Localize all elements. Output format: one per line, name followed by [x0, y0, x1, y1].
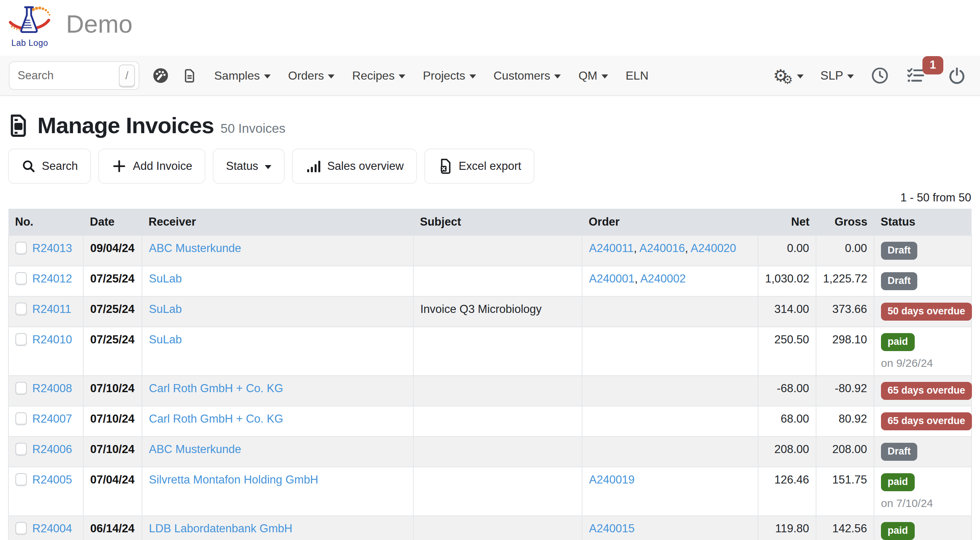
order-link[interactable]: A240015: [589, 522, 635, 535]
row-checkbox[interactable]: [15, 303, 27, 315]
receiver-link[interactable]: SuLab: [149, 333, 182, 346]
nav-item-label: Recipes: [352, 69, 395, 83]
gross-amount: 142.56: [816, 516, 874, 540]
invoice-subject: [414, 376, 582, 406]
receiver-link[interactable]: SuLab: [149, 272, 182, 285]
status-button-label: Status: [226, 159, 258, 173]
column-header-gross[interactable]: Gross: [816, 209, 874, 236]
column-header-net[interactable]: Net: [758, 209, 816, 236]
nav-item-recipes[interactable]: Recipes: [343, 69, 414, 83]
order-link[interactable]: A240016: [639, 242, 685, 255]
tasks-menu[interactable]: 1: [906, 66, 926, 86]
receiver-link[interactable]: Carl Roth GmbH + Co. KG: [149, 382, 283, 395]
row-checkbox[interactable]: [15, 473, 27, 486]
invoice-number-link[interactable]: R24005: [32, 473, 72, 486]
invoice-subject: [414, 266, 582, 296]
receiver-link[interactable]: Silvretta Montafon Holding GmbH: [149, 473, 318, 486]
receiver-link[interactable]: Carl Roth GmbH + Co. KG: [149, 413, 283, 425]
receiver-cell: LDB Labordatenbank GmbH: [142, 516, 414, 540]
nav-item-projects[interactable]: Projects: [414, 69, 485, 83]
settings-menu[interactable]: ⚙ ⚙: [773, 66, 803, 86]
nav-item-orders[interactable]: Orders: [280, 69, 344, 83]
document-icon[interactable]: [182, 68, 197, 83]
chevron-down-icon: [554, 75, 561, 78]
net-amount: 314.00: [758, 296, 816, 327]
column-header-date[interactable]: Date: [83, 209, 142, 236]
order-link[interactable]: A240019: [589, 473, 635, 486]
invoice-date: 07/25/24: [83, 296, 142, 327]
no-cell: R24005: [8, 467, 83, 516]
excel-export-button[interactable]: Excel export: [424, 148, 535, 184]
order-link[interactable]: A240020: [690, 242, 736, 255]
row-checkbox[interactable]: [15, 522, 27, 535]
chevron-down-icon: [847, 75, 854, 78]
sales-overview-button-label: Sales overview: [327, 159, 403, 173]
row-checkbox[interactable]: [15, 272, 27, 285]
receiver-link[interactable]: LDB Labordatenbank GmbH: [149, 522, 292, 535]
invoice-number-link[interactable]: R24013: [32, 242, 72, 255]
row-checkbox[interactable]: [15, 413, 27, 425]
gross-amount: 80.92: [816, 406, 874, 436]
row-checkbox[interactable]: [15, 443, 27, 456]
nav-item-label: ELN: [626, 69, 648, 83]
no-cell: R24012: [8, 266, 83, 296]
invoice-date: 07/04/24: [83, 467, 142, 516]
receiver-cell: Carl Roth GmbH + Co. KG: [142, 376, 414, 406]
column-header-subject[interactable]: Subject: [414, 209, 582, 236]
status-filter-button[interactable]: Status: [213, 148, 285, 184]
history-clock-icon[interactable]: [871, 66, 889, 85]
status-badge: 65 days overdue: [881, 413, 972, 430]
gross-amount: 373.66: [816, 296, 874, 327]
invoice-subject: [414, 236, 582, 266]
table-row: R24006 07/10/24 ABC Musterkunde 208.00 2…: [8, 436, 972, 467]
receiver-link[interactable]: ABC Musterkunde: [149, 242, 241, 255]
gross-amount: 0.00: [816, 236, 874, 266]
invoice-date: 06/14/24: [83, 516, 142, 540]
nav-item-customers[interactable]: Customers: [485, 69, 570, 83]
row-checkbox[interactable]: [15, 333, 27, 346]
search-button[interactable]: Search: [8, 148, 91, 184]
invoice-number-link[interactable]: R24006: [32, 443, 72, 456]
nav-item-label: Projects: [423, 69, 465, 83]
invoice-page-icon: [8, 113, 29, 137]
invoice-number-link[interactable]: R24011: [32, 303, 71, 315]
column-header-receiver[interactable]: Receiver: [142, 209, 414, 236]
order-link[interactable]: A240001: [589, 272, 635, 285]
receiver-link[interactable]: ABC Musterkunde: [149, 443, 241, 456]
receiver-link[interactable]: SuLab: [149, 303, 182, 315]
status-note: on 9/26/24: [881, 357, 965, 370]
search-input[interactable]: [18, 69, 119, 82]
invoice-number-link[interactable]: R24008: [32, 382, 72, 395]
user-menu[interactable]: SLP: [821, 68, 854, 83]
no-cell: R24011: [8, 296, 83, 327]
order-link[interactable]: A240011: [589, 242, 634, 255]
column-header-order[interactable]: Order: [582, 209, 758, 236]
order-link[interactable]: A240002: [640, 272, 686, 285]
lab-logo[interactable]: Lab Logo: [7, 4, 52, 48]
no-cell: R24010: [8, 327, 83, 376]
invoice-number-link[interactable]: R24007: [32, 413, 72, 425]
nav-item-qm[interactable]: QM: [570, 69, 617, 83]
receiver-cell: Silvretta Montafon Holding GmbH: [142, 467, 414, 516]
table-row: R24012 07/25/24 SuLab A240001, A240002 1…: [8, 266, 972, 296]
status-badge: Draft: [881, 443, 917, 461]
row-checkbox[interactable]: [15, 242, 27, 255]
invoice-number-link[interactable]: R24010: [32, 333, 72, 346]
status-cell: 65 days overdue: [874, 376, 972, 406]
nav-item-samples[interactable]: Samples: [205, 69, 280, 83]
sales-overview-button[interactable]: Sales overview: [292, 148, 417, 184]
dashboard-icon[interactable]: [152, 67, 169, 84]
invoice-number-link[interactable]: R24012: [32, 272, 72, 285]
status-badge: 50 days overdue: [881, 303, 972, 321]
invoice-number-link[interactable]: R24004: [32, 522, 72, 535]
column-header-status[interactable]: Status: [874, 209, 972, 236]
logo-label: Lab Logo: [7, 38, 52, 48]
invoice-date: 07/25/24: [83, 327, 142, 376]
chevron-down-icon: [264, 75, 270, 78]
add-invoice-button[interactable]: Add Invoice: [98, 148, 205, 184]
power-logout-icon[interactable]: [948, 66, 966, 85]
row-checkbox[interactable]: [15, 382, 27, 395]
column-header-no[interactable]: No.: [8, 209, 83, 236]
bar-chart-icon: [305, 158, 321, 174]
nav-item-eln[interactable]: ELN: [617, 69, 657, 83]
